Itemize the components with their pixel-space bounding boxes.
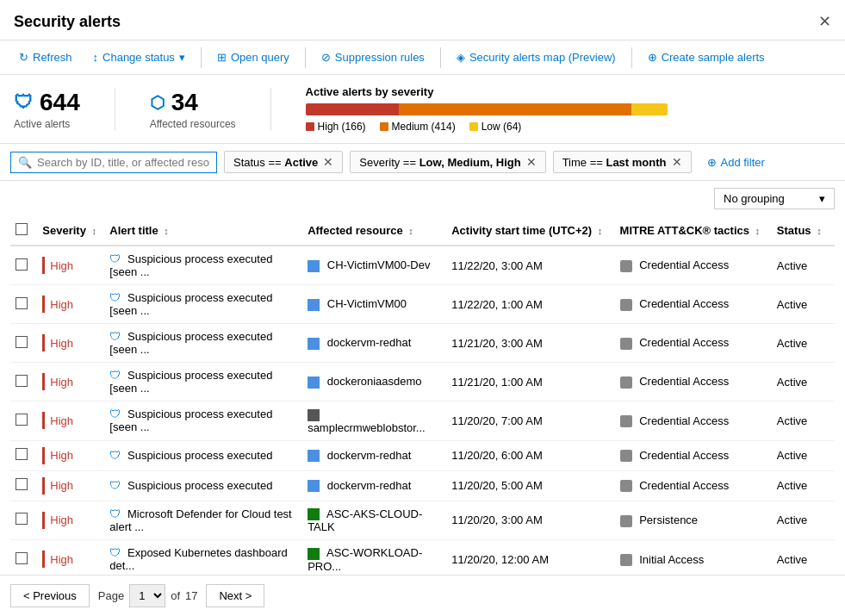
row-checkbox[interactable]	[10, 324, 37, 363]
row-checkbox[interactable]	[10, 501, 37, 540]
status-filter-label: Status == Active	[233, 156, 318, 169]
open-query-button[interactable]: ⊞ Open query	[208, 46, 298, 69]
header-activity-time[interactable]: Activity start time (UTC+2) ↕	[446, 216, 614, 246]
activity-time-value: 11/20/20, 6:00 AM	[451, 449, 543, 462]
table-row[interactable]: High 🛡 Suspicious process executed [seen…	[10, 285, 835, 324]
row-title[interactable]: 🛡 Microsoft Defender for Cloud test aler…	[104, 501, 302, 540]
security-alerts-map-button[interactable]: ◈ Security alerts map (Preview)	[448, 46, 624, 69]
time-sort-icon[interactable]: ↕	[598, 226, 603, 236]
refresh-button[interactable]: ↻ Refresh	[10, 46, 81, 69]
table-row[interactable]: High 🛡 Suspicious process executed [seen…	[10, 324, 835, 363]
tactic-icon	[620, 515, 632, 527]
next-button[interactable]: Next >	[206, 584, 264, 607]
row-status: Active	[772, 285, 835, 324]
severity-bar-indicator	[42, 296, 45, 313]
table-row[interactable]: High 🛡 Suspicious process executed [seen…	[10, 246, 835, 285]
tactic-icon	[620, 299, 632, 311]
row-title[interactable]: 🛡 Suspicious process executed	[104, 440, 302, 470]
resource-name: CH-VictimVM00	[327, 297, 407, 310]
row-checkbox[interactable]	[10, 285, 37, 324]
status-value: Active	[777, 414, 807, 427]
resource-icon	[308, 480, 320, 492]
row-checkbox[interactable]	[10, 540, 37, 575]
alert-icon: 🛡	[109, 408, 121, 420]
open-query-icon: ⊞	[217, 51, 227, 64]
header-checkbox[interactable]	[10, 216, 37, 246]
header-affected-resource[interactable]: Affected resource ↕	[302, 216, 446, 246]
row-title[interactable]: 🛡 Suspicious process executed [seen ...	[104, 246, 302, 285]
page-select[interactable]: 1 2 3	[129, 584, 165, 607]
row-time: 11/22/20, 3:00 AM	[446, 246, 614, 285]
row-time: 11/20/20, 3:00 AM	[446, 501, 614, 540]
row-title[interactable]: 🛡 Suspicious process executed	[104, 470, 302, 501]
search-box[interactable]: 🔍	[10, 152, 217, 173]
table-row[interactable]: High 🛡 Suspicious process executed docke…	[10, 440, 835, 470]
row-tactic: Credential Access	[615, 440, 772, 470]
row-resource: dockeroniaasdemo	[302, 363, 446, 401]
status-filter-remove[interactable]: ✕	[323, 155, 333, 169]
suppression-rules-button[interactable]: ⊘ Suppression rules	[313, 46, 433, 69]
search-input[interactable]	[37, 156, 209, 169]
resource-name: ASC-AKS-CLOUD-TALK	[308, 507, 422, 534]
status-value: Active	[777, 376, 807, 389]
severity-sort-icon[interactable]: ↕	[92, 226, 97, 236]
row-checkbox[interactable]	[10, 401, 37, 441]
tactic-icon	[620, 260, 632, 272]
table-row[interactable]: High 🛡 Suspicious process executed [seen…	[10, 401, 835, 441]
close-button[interactable]: ✕	[818, 12, 831, 31]
time-filter-chip[interactable]: Time == Last month ✕	[553, 151, 692, 173]
row-title[interactable]: 🛡 Suspicious process executed [seen ...	[104, 401, 302, 441]
severity-value: High	[50, 414, 73, 427]
resource-name: CH-VictimVM00-Dev	[327, 258, 431, 271]
table-row[interactable]: High 🛡 Exposed Kubernetes dashboard det.…	[10, 540, 835, 575]
previous-button[interactable]: < Previous	[10, 584, 90, 607]
status-sort-icon[interactable]: ↕	[817, 226, 822, 236]
time-filter-remove[interactable]: ✕	[672, 155, 682, 169]
severity-value: High	[50, 479, 73, 492]
row-severity: High	[37, 440, 104, 470]
affected-resources-count: 34	[171, 89, 198, 116]
bar-medium	[399, 103, 631, 115]
resource-name: dockervm-redhat	[327, 479, 412, 492]
row-checkbox[interactable]	[10, 246, 37, 285]
grouping-select[interactable]: No grouping ▾	[714, 188, 835, 209]
resource-sort-icon[interactable]: ↕	[408, 226, 413, 236]
title-sort-icon[interactable]: ↕	[164, 226, 169, 236]
row-severity: High	[37, 285, 104, 324]
severity-filter-chip[interactable]: Severity == Low, Medium, High ✕	[350, 151, 545, 173]
severity-value: High	[50, 298, 73, 311]
tactics-sort-icon[interactable]: ↕	[755, 226, 761, 236]
row-resource: ASC-WORKLOAD-PRO...	[302, 540, 446, 575]
chevron-down-icon: ▾	[179, 51, 185, 64]
status-filter-chip[interactable]: Status == Active ✕	[224, 151, 343, 173]
grouping-chevron-icon: ▾	[819, 192, 825, 205]
row-status: Active	[772, 501, 835, 540]
row-checkbox[interactable]	[10, 440, 37, 470]
bar-low	[631, 103, 668, 115]
table-row[interactable]: High 🛡 Suspicious process executed docke…	[10, 470, 835, 501]
row-checkbox[interactable]	[10, 470, 37, 501]
alert-icon: 🛡	[109, 291, 121, 304]
severity-value: High	[50, 513, 73, 526]
severity-filter-remove[interactable]: ✕	[526, 155, 537, 169]
row-title[interactable]: 🛡 Suspicious process executed [seen ...	[104, 363, 302, 401]
header-status[interactable]: Status ↕	[772, 216, 835, 246]
header-alert-title[interactable]: Alert title ↕	[104, 216, 302, 246]
severity-bar-indicator	[42, 334, 45, 352]
header-severity[interactable]: Severity ↕	[37, 216, 104, 246]
header-tactics[interactable]: MITRE ATT&CK® tactics ↕	[615, 216, 772, 246]
affected-resources-label: Affected resources	[150, 118, 236, 130]
table-row[interactable]: High 🛡 Microsoft Defender for Cloud test…	[10, 501, 835, 540]
change-status-button[interactable]: ↕ Change status ▾	[84, 46, 194, 69]
create-sample-button[interactable]: ⊕ Create sample alerts	[639, 46, 774, 69]
tactic-icon	[620, 480, 632, 492]
add-filter-button[interactable]: ⊕ Add filter	[699, 152, 774, 172]
tactic-icon	[620, 415, 632, 427]
row-title[interactable]: 🛡 Exposed Kubernetes dashboard det...	[104, 540, 302, 575]
row-checkbox[interactable]	[10, 363, 37, 401]
row-title[interactable]: 🛡 Suspicious process executed [seen ...	[104, 285, 302, 324]
grouping-label: No grouping	[724, 192, 785, 205]
row-title[interactable]: 🛡 Suspicious process executed [seen ...	[104, 324, 302, 363]
severity-chart: Active alerts by severity High (166) Med…	[306, 85, 831, 133]
table-row[interactable]: High 🛡 Suspicious process executed [seen…	[10, 363, 835, 401]
